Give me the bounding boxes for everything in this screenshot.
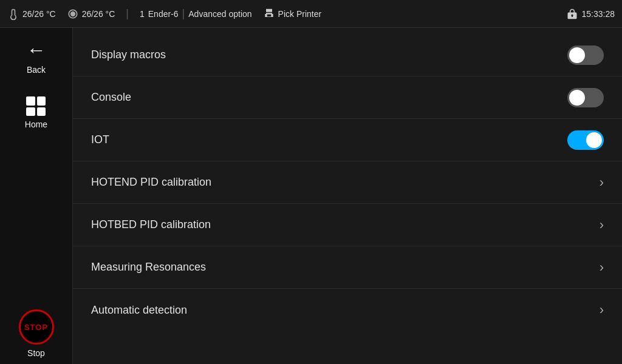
home-label: Home	[25, 120, 47, 129]
toggle-track-display-macros	[567, 46, 604, 65]
time-value: 15:33:28	[582, 9, 615, 19]
toggle-display-macros[interactable]	[567, 46, 604, 65]
back-arrow-icon: ←	[27, 39, 46, 61]
printer-name: Ender-6	[148, 9, 179, 19]
home-button[interactable]: Home	[18, 92, 55, 134]
option-label-hotend-pid: HOTEND PID calibration	[91, 176, 211, 189]
toggle-track-console	[567, 88, 604, 107]
printer-number: 1	[140, 9, 145, 19]
option-label-console: Console	[91, 91, 131, 104]
temp1-icon	[7, 8, 19, 20]
toggle-console[interactable]	[567, 88, 604, 107]
sidebar: ← Back Home STOP Stop	[0, 28, 73, 364]
clock: 15:33:28	[566, 8, 615, 20]
chevron-icon-hotbed-pid: ›	[600, 217, 604, 233]
main-layout: ← Back Home STOP Stop Display macrosCons…	[0, 28, 622, 364]
option-label-display-macros: Display macros	[91, 49, 166, 61]
home-grid-icon	[26, 96, 46, 116]
toggle-thumb-console	[569, 90, 585, 106]
pick-printer-label: Pick Printer	[278, 9, 322, 19]
status-bar: 26/26 °C 26/26 °C | 1 Ender-6 | Advanced…	[0, 0, 622, 28]
back-button[interactable]: ← Back	[19, 34, 53, 79]
option-label-measuring-resonances: Measuring Resonances	[91, 261, 206, 274]
option-row-measuring-resonances[interactable]: Measuring Resonances›	[73, 246, 622, 289]
stop-button[interactable]: STOP Stop	[19, 309, 54, 358]
temp2-icon	[67, 8, 79, 20]
temp1-value: 26/26 °C	[22, 9, 56, 19]
stop-inner-text: STOP	[24, 323, 48, 332]
option-row-display-macros[interactable]: Display macros	[73, 34, 622, 76]
chevron-icon-automatic-detection: ›	[600, 302, 604, 318]
option-row-hotbed-pid[interactable]: HOTBED PID calibration›	[73, 204, 622, 246]
lock-icon	[566, 8, 578, 20]
status-divider1: |	[126, 7, 129, 20]
stop-label: Stop	[27, 348, 45, 358]
content-area: Display macrosConsoleIOTHOTEND PID calib…	[73, 28, 622, 364]
option-label-hotbed-pid: HOTBED PID calibration	[91, 218, 211, 231]
toggle-thumb-iot	[586, 132, 602, 148]
option-row-iot[interactable]: IOT	[73, 119, 622, 161]
option-row-hotend-pid[interactable]: HOTEND PID calibration›	[73, 161, 622, 204]
option-row-console[interactable]: Console	[73, 76, 622, 119]
toggle-iot[interactable]	[567, 130, 604, 150]
status-divider2: |	[182, 7, 185, 20]
printer-info: 1 Ender-6 | Advanced option	[140, 7, 252, 20]
temp2-value: 26/26 °C	[82, 9, 115, 19]
back-label: Back	[27, 65, 46, 75]
pick-printer-btn[interactable]: Pick Printer	[263, 8, 322, 20]
option-label-automatic-detection: Automatic detection	[91, 304, 187, 317]
option-label-iot: IOT	[91, 133, 109, 146]
toggle-thumb-display-macros	[569, 47, 585, 63]
option-row-automatic-detection[interactable]: Automatic detection›	[73, 289, 622, 331]
chevron-icon-measuring-resonances: ›	[600, 260, 604, 275]
temp2-status: 26/26 °C	[67, 8, 115, 20]
stop-circle-icon: STOP	[19, 309, 54, 345]
temp1-status: 26/26 °C	[7, 8, 56, 20]
pick-printer-icon	[263, 8, 275, 20]
toggle-track-iot	[567, 130, 604, 150]
chevron-icon-hotend-pid: ›	[600, 175, 604, 190]
advanced-option-label: Advanced option	[188, 9, 251, 19]
